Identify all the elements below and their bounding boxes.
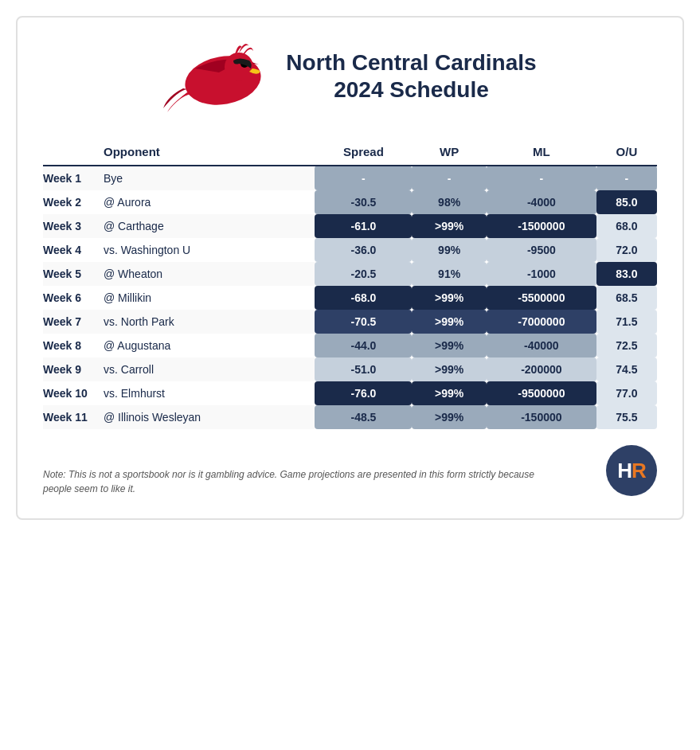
opponent-name: @ Millikin	[99, 286, 315, 310]
ou-value: 77.0	[596, 381, 657, 405]
ml-value: -5500000	[487, 286, 596, 310]
opponent-name: @ Carthage	[99, 214, 315, 238]
wp-value: 99%	[412, 238, 486, 262]
table-row: Week 10 vs. Elmhurst -76.0 >99% -9500000…	[43, 381, 657, 405]
table-row: Week 9 vs. Carroll -51.0 >99% -200000 74…	[43, 357, 657, 381]
wp-value: 91%	[412, 262, 486, 286]
ou-value: 68.0	[596, 214, 657, 238]
week-label: Week 3	[43, 214, 99, 238]
ou-value: 71.5	[596, 310, 657, 334]
ml-value: -1000	[487, 262, 596, 286]
opponent-name: vs. Elmhurst	[99, 381, 315, 405]
ml-value: -1500000	[487, 214, 596, 238]
ou-value: 74.5	[596, 357, 657, 381]
ml-value: -150000	[487, 405, 596, 429]
week-label: Week 2	[43, 190, 99, 214]
spread-value: -76.0	[315, 381, 412, 405]
wp-value: -	[412, 166, 486, 190]
spread-value: -70.5	[315, 310, 412, 334]
ml-value: -	[487, 166, 596, 190]
opponent-name: @ Wheaton	[99, 262, 315, 286]
table-row: Week 8 @ Augustana -44.0 >99% -40000 72.…	[43, 334, 657, 357]
week-label: Week 10	[43, 381, 99, 405]
week-label: Week 7	[43, 310, 99, 334]
svg-point-0	[182, 50, 265, 111]
title-line1: North Central Cardinals	[286, 49, 536, 76]
table-row: Week 5 @ Wheaton -20.5 91% -1000 83.0	[43, 262, 657, 286]
week-label: Week 9	[43, 357, 99, 381]
spread-value: -48.5	[315, 405, 412, 429]
brand-h: H	[617, 459, 632, 482]
spread-value: -51.0	[315, 357, 412, 381]
brand-text: HR	[617, 459, 646, 483]
spread-value: -	[315, 166, 412, 190]
brand-logo: HR	[606, 445, 657, 496]
week-label: Week 1	[43, 166, 99, 190]
opponent-name: @ Illinois Wesleyan	[99, 405, 315, 429]
spread-value: -61.0	[315, 214, 412, 238]
ou-value: 72.5	[596, 334, 657, 357]
opponent-name: Bye	[99, 166, 315, 190]
table-row: Week 1 Bye - - - -	[43, 166, 657, 190]
spread-value: -44.0	[315, 334, 412, 357]
brand-r: R	[632, 459, 646, 482]
col-spread: Spread	[315, 139, 412, 166]
wp-value: >99%	[412, 381, 486, 405]
ou-value: 68.5	[596, 286, 657, 310]
opponent-name: @ Aurora	[99, 190, 315, 214]
col-ml: ML	[487, 139, 596, 166]
schedule-card: North Central Cardinals 2024 Schedule Op…	[16, 16, 684, 520]
disclaimer-text: Note: This is not a sportsbook nor is it…	[43, 467, 553, 496]
wp-value: >99%	[412, 214, 486, 238]
wp-value: >99%	[412, 310, 486, 334]
wp-value: >99%	[412, 357, 486, 381]
week-label: Week 11	[43, 405, 99, 429]
col-opponent: Opponent	[99, 139, 315, 166]
spread-value: -68.0	[315, 286, 412, 310]
schedule-table: Opponent Spread WP ML O/U Week 1 Bye - -…	[43, 139, 657, 429]
col-ou: O/U	[596, 139, 657, 166]
ou-value: -	[596, 166, 657, 190]
opponent-name: vs. North Park	[99, 310, 315, 334]
ou-value: 75.5	[596, 405, 657, 429]
spread-value: -36.0	[315, 238, 412, 262]
table-row: Week 4 vs. Washington U -36.0 99% -9500 …	[43, 238, 657, 262]
opponent-name: @ Augustana	[99, 334, 315, 357]
week-label: Week 8	[43, 334, 99, 357]
ml-value: -9500	[487, 238, 596, 262]
wp-value: >99%	[412, 286, 486, 310]
table-row: Week 3 @ Carthage -61.0 >99% -1500000 68…	[43, 214, 657, 238]
ml-value: -7000000	[487, 310, 596, 334]
ou-value: 72.0	[596, 238, 657, 262]
table-row: Week 7 vs. North Park -70.5 >99% -700000…	[43, 310, 657, 334]
week-label: Week 6	[43, 286, 99, 310]
team-logo	[163, 37, 267, 116]
table-row: Week 11 @ Illinois Wesleyan -48.5 >99% -…	[43, 405, 657, 429]
table-row: Week 6 @ Millikin -68.0 >99% -5500000 68…	[43, 286, 657, 310]
week-label: Week 5	[43, 262, 99, 286]
ou-value: 83.0	[596, 262, 657, 286]
title-line2: 2024 Schedule	[286, 76, 536, 104]
table-row: Week 2 @ Aurora -30.5 98% -4000 85.0	[43, 190, 657, 214]
wp-value: >99%	[412, 334, 486, 357]
footer: Note: This is not a sportsbook nor is it…	[43, 445, 657, 496]
header: North Central Cardinals 2024 Schedule	[43, 37, 657, 116]
ml-value: -4000	[487, 190, 596, 214]
title-block: North Central Cardinals 2024 Schedule	[286, 49, 536, 103]
spread-value: -30.5	[315, 190, 412, 214]
ml-value: -40000	[487, 334, 596, 357]
spread-value: -20.5	[315, 262, 412, 286]
wp-value: >99%	[412, 405, 486, 429]
opponent-name: vs. Washington U	[99, 238, 315, 262]
ml-value: -9500000	[487, 381, 596, 405]
wp-value: 98%	[412, 190, 486, 214]
ml-value: -200000	[487, 357, 596, 381]
opponent-name: vs. Carroll	[99, 357, 315, 381]
week-label: Week 4	[43, 238, 99, 262]
col-wp: WP	[412, 139, 486, 166]
ou-value: 85.0	[596, 190, 657, 214]
col-week	[43, 139, 99, 166]
